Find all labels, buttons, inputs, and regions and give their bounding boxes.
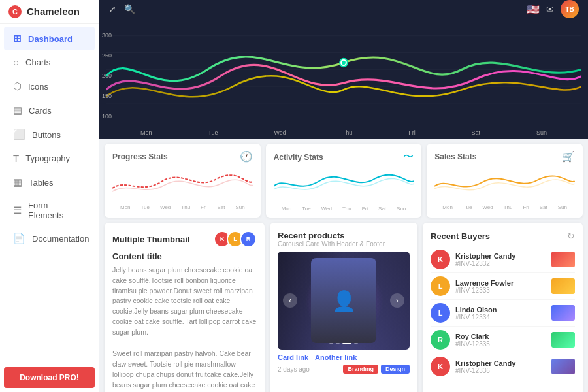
buyer-name-1: Kristopher Candy (455, 252, 551, 260)
sales-stats-header: Sales Stats 🛒 (434, 150, 575, 163)
pulse-icon: 〜 (403, 150, 414, 164)
card-links: Card link Another link (278, 353, 410, 361)
buyer-name-2: Lawrence Fowler (455, 279, 551, 287)
time-ago: 2 days ago (278, 366, 310, 373)
product-footer: 2 days ago Branding Design (278, 365, 410, 374)
sidebar-item-buttons[interactable]: ⬜ Buttons (4, 123, 95, 146)
typography-icon: T (13, 153, 19, 164)
products-title: Recent products (278, 231, 410, 240)
sidebar-item-label: Cards (29, 106, 52, 116)
buyer-info-4: Roy Clark #INV-12335 (455, 333, 551, 348)
carousel-next-button[interactable]: › (390, 293, 404, 308)
buyer-info-2: Lawrence Fowler #INV-12333 (455, 279, 551, 294)
nav-items: ⊞ Dashboard ○ Charts ⬡ Icons ▤ Cards ⬜ B… (0, 24, 99, 363)
products-subtitle: Carousel Card With Header & Footer (278, 240, 410, 248)
tag-badges: Branding Design (343, 365, 410, 374)
topbar-left: ⤢ 🔍 (108, 4, 135, 14)
mail-icon[interactable]: ✉ (546, 4, 554, 14)
chart-x-label: Fri (408, 129, 416, 136)
progress-stats-title: Progress Stats (112, 152, 168, 161)
carousel-prev-button[interactable]: ‹ (283, 293, 297, 308)
buyer-avatar-4: R (431, 330, 450, 350)
chart-x-label: Sun (536, 129, 547, 136)
flag-icon[interactable]: 🇺🇸 (527, 3, 540, 16)
refresh-icon[interactable]: ↻ (567, 231, 575, 241)
product-figure: 👤 (311, 258, 376, 343)
buttons-icon: ⬜ (13, 129, 25, 140)
multiple-thumbnail-card: Multiple Thumbnail K L R Content title J… (105, 223, 265, 392)
chart-x-label: Thu (342, 129, 353, 136)
expand-icon[interactable]: ⤢ (108, 4, 116, 14)
chart-x-label: Wed (274, 129, 286, 136)
charts-icon: ○ (13, 57, 19, 68)
logo-area: C Chameleon (0, 0, 99, 24)
sidebar-item-cards[interactable]: ▤ Cards (4, 99, 95, 122)
sidebar-item-documentation[interactable]: 📄 Documentation (4, 227, 95, 250)
buyer-row-3: L Linda Olson #INV-12334 (431, 300, 575, 327)
sidebar-item-label: Documentation (32, 234, 89, 244)
sidebar-item-label: Icons (28, 82, 48, 91)
main-chart-svg (106, 22, 581, 127)
sidebar-item-icons[interactable]: ⬡ Icons (4, 74, 95, 98)
buyer-row-1: K Kristopher Candy #INV-12332 (431, 246, 575, 273)
buyer-row-5: K Kristopher Candy #INV-12336 (431, 353, 575, 380)
buyer-row-4: R Roy Clark #INV-12335 (431, 327, 575, 353)
search-icon[interactable]: 🔍 (124, 4, 135, 14)
buyers-header: Recent Buyers ↻ (431, 231, 575, 241)
topbar: ⤢ 🔍 🇺🇸 ✉ TB (99, 0, 588, 18)
buyer-avatar-1: K (431, 250, 450, 269)
buyer-thumb-1 (551, 252, 575, 267)
chart-x-labels: Mon Tue Wed Thu Fri Sat Sun (106, 129, 581, 136)
sidebar-item-label: Typography (25, 154, 70, 163)
buyer-info-5: Kristopher Candy #INV-12336 (455, 359, 551, 374)
sidebar-item-label: Charts (25, 57, 50, 67)
buyer-name-4: Roy Clark (455, 333, 551, 340)
activity-stats-header: Activity Stats 〜 (274, 150, 414, 164)
chart-x-label: Mon (140, 129, 152, 136)
cards-icon: ▤ (13, 105, 22, 116)
recent-buyers-card: Recent Buyers ↻ K Kristopher Candy #INV-… (423, 223, 583, 392)
sidebar-item-label: Tables (29, 178, 54, 188)
buyer-avatar-3: L (431, 303, 450, 323)
buyer-info-1: Kristopher Candy #INV-12332 (455, 252, 551, 267)
sidebar-item-label: Buttons (32, 130, 61, 140)
documentation-icon: 📄 (13, 233, 25, 244)
buyer-inv-1: #INV-12332 (455, 260, 551, 267)
tag-branding: Branding (343, 365, 378, 374)
sales-mini-chart (434, 165, 575, 201)
buyer-name-5: Kristopher Candy (455, 359, 551, 367)
tag-design: Design (381, 365, 410, 374)
content-text-2: Sweet roll marzipan pastry halvoh. Cake … (112, 349, 257, 392)
content-text-1: Jelly beans sugar plum cheesecake cookie… (112, 265, 257, 337)
buyer-inv-2: #INV-12333 (455, 287, 551, 294)
buyer-avatar-2: L (431, 276, 450, 296)
chart-x-label: Tue (208, 129, 218, 136)
user-avatar[interactable]: TB (561, 0, 579, 18)
buyer-thumb-2 (551, 278, 575, 294)
form-elements-icon: ☰ (13, 204, 22, 216)
sidebar-item-form-elements[interactable]: ☰ Form Elements (4, 195, 95, 226)
card-link-1[interactable]: Card link (278, 353, 308, 361)
topbar-right: 🇺🇸 ✉ TB (527, 0, 579, 18)
sidebar-item-typography[interactable]: T Typography (4, 147, 95, 170)
stats-row: Progress Stats 🕐 Mon Tue Wed Thu Fri Sat… (99, 139, 588, 223)
sidebar-item-label: Form Elements (28, 201, 86, 220)
download-pro-button[interactable]: Download PRO! (4, 367, 95, 388)
recent-products-card: Recent products Carousel Card With Heade… (270, 223, 417, 392)
buyer-inv-5: #INV-12336 (455, 367, 551, 374)
progress-stats-header: Progress Stats 🕐 (112, 150, 253, 163)
chart-y-labels: 300 250 200 150 100 (102, 25, 112, 126)
sales-stats-title: Sales Stats (434, 152, 476, 161)
sidebar-item-dashboard[interactable]: ⊞ Dashboard (4, 27, 95, 50)
sidebar-item-tables[interactable]: ▦ Tables (4, 171, 95, 194)
thumb-avatar-3: R (240, 231, 257, 248)
main-content: ⤢ 🔍 🇺🇸 ✉ TB (99, 0, 588, 392)
card-link-2[interactable]: Another link (315, 353, 357, 361)
chameleon-logo: C (8, 5, 22, 19)
sidebar-item-charts[interactable]: ○ Charts (4, 51, 95, 74)
thumb-card-title: Multiple Thumbnail (112, 235, 189, 244)
clock-icon: 🕐 (240, 150, 253, 163)
buyer-inv-4: #INV-12335 (455, 340, 551, 348)
dashboard-icon: ⊞ (13, 33, 22, 44)
buyers-title: Recent Buyers (431, 231, 490, 241)
